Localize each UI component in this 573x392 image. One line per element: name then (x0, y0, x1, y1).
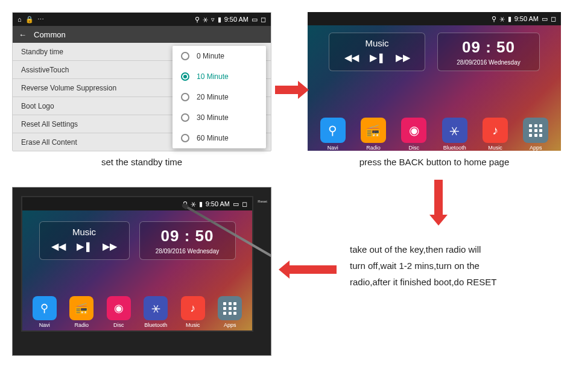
clock-time: 09 : 50 (150, 227, 226, 245)
status-time: 9:50 AM (514, 15, 539, 22)
app-dock: ⚲Navi 📻Radio ◉Disc ⚹Bluetooth ♪Music App… (22, 294, 252, 330)
arrow-right-icon (275, 86, 299, 94)
app-disc[interactable]: ◉Disc (107, 296, 131, 328)
status-bar: ⚲ ⚹ ▮ 9:50 AM ▭ ◻ (308, 12, 561, 25)
bluetooth-icon: ⚹ (499, 15, 505, 23)
app-radio[interactable]: 📻Radio (361, 118, 386, 151)
next-track-icon[interactable]: ▶▶ (396, 52, 410, 63)
app-radio[interactable]: 📻Radio (69, 296, 93, 328)
clock-date: 28/09/2016 Wednesday (150, 248, 226, 254)
bluetooth-icon: ⚹ (191, 200, 196, 208)
radio-checked-icon (181, 72, 189, 81)
play-pause-icon[interactable]: ▶❚ (370, 52, 385, 63)
pin-icon: ⚲ (33, 296, 57, 320)
radio-icon (181, 93, 189, 101)
arrow-down-icon (434, 180, 443, 216)
settings-panel: ⌂ 🔒 ⋯ ⚲ ⚹ ▿ ▮ 9:50 AM ▭ ◻ ← Common Stand… (12, 12, 271, 151)
app-dock: ⚲Navi 📻Radio ◉Disc ⚹Bluetooth ♪Music App… (308, 115, 561, 151)
home-body: Music ◀◀ ▶❚ ▶▶ 09 : 50 28/09/2016 Wednes… (22, 210, 252, 330)
prev-track-icon[interactable]: ◀◀ (344, 52, 359, 63)
app-music[interactable]: ♪Music (483, 118, 508, 151)
home-screen-panel: ⚲ ⚹ ▮ 9:50 AM ▭ ◻ Music ◀◀ ▶❚ ▶▶ 09 : 50… (308, 12, 561, 151)
bluetooth-icon: ⚹ (442, 118, 467, 143)
home-icon: ⌂ (17, 16, 22, 23)
status-time: 9:50 AM (224, 16, 249, 23)
radio-icon: 📻 (361, 118, 386, 143)
app-disc[interactable]: ◉Disc (401, 118, 426, 151)
status-bar: ⚲ ⚹ ▮ 9:50 AM ▭ ◻ (22, 197, 252, 210)
arrow-left-icon (288, 265, 337, 274)
battery-icon: ▭ (252, 16, 258, 24)
app-music[interactable]: ♪Music (181, 296, 205, 328)
caption-1: set the standby time (12, 157, 271, 167)
clock-date: 28/09/2016 Wednesday (448, 59, 530, 66)
app-navi[interactable]: ⚲Navi (33, 296, 57, 328)
standby-dropdown: 0 Minute 10 Minute 20 Minute 30 Minute 6… (173, 46, 266, 148)
radio-icon (181, 52, 189, 60)
play-pause-icon[interactable]: ▶❚ (77, 241, 92, 252)
app-bluetooth[interactable]: ⚹Bluetooth (144, 296, 168, 328)
home-body: Music ◀◀ ▶❚ ▶▶ 09 : 50 28/09/2016 Wednes… (308, 25, 561, 151)
signal-icon: ▮ (199, 200, 203, 208)
settings-header: ← Common (13, 26, 271, 43)
recent-apps-icon: ◻ (551, 15, 556, 23)
clock-widget[interactable]: 09 : 50 28/09/2016 Wednesday (437, 33, 540, 71)
app-apps[interactable]: Apps (218, 296, 242, 328)
app-navi[interactable]: ⚲Navi (320, 118, 346, 151)
music-widget[interactable]: Music ◀◀ ▶❚ ▶▶ (39, 221, 130, 260)
back-arrow-icon[interactable]: ← (19, 30, 27, 39)
music-widget[interactable]: Music ◀◀ ▶❚ ▶▶ (329, 33, 425, 71)
music-note-icon: ♪ (181, 296, 205, 320)
clock-time: 09 : 50 (448, 38, 530, 57)
dropdown-option-20[interactable]: 20 Minute (173, 87, 266, 107)
app-apps[interactable]: Apps (523, 118, 548, 151)
caption-2: press the BACK button to home page (308, 157, 561, 167)
radio-icon (181, 134, 189, 142)
dropdown-option-30[interactable]: 30 Minute (173, 107, 266, 128)
grid-icon (523, 118, 548, 143)
music-title: Music (49, 227, 119, 237)
lock-icon: 🔒 (25, 16, 34, 24)
next-track-icon[interactable]: ▶▶ (103, 241, 117, 252)
radio-icon (181, 113, 189, 122)
music-title: Music (339, 38, 415, 48)
music-note-icon: ♪ (483, 118, 508, 143)
wifi-icon: ▿ (211, 16, 215, 24)
dropdown-option-0[interactable]: 0 Minute (173, 46, 266, 66)
location-icon: ⚲ (492, 15, 496, 23)
status-bar: ⌂ 🔒 ⋯ ⚲ ⚹ ▿ ▮ 9:50 AM ▭ ◻ (13, 13, 271, 26)
battery-icon: ▭ (233, 200, 239, 208)
pin-icon: ⚲ (320, 118, 346, 143)
header-title: Common (34, 30, 66, 39)
screen-bezel: ⚲ ⚹ ▮ 9:50 AM ▭ ◻ Music ◀◀ ▶❚ ▶▶ (21, 196, 253, 332)
bluetooth-icon: ⚹ (203, 16, 208, 24)
battery-icon: ▭ (542, 15, 548, 23)
status-time: 9:50 AM (206, 200, 230, 207)
recent-apps-icon: ◻ (261, 16, 266, 24)
signal-icon: ▮ (508, 15, 511, 23)
recent-apps-icon: ◻ (242, 200, 247, 208)
prev-track-icon[interactable]: ◀◀ (51, 241, 66, 252)
reset-button-label: Reset (258, 200, 267, 203)
bluetooth-icon: ⚹ (144, 296, 168, 320)
caption-3: take out of the key,then radio will turn… (350, 241, 555, 290)
radio-icon: 📻 (69, 296, 93, 320)
dropdown-option-10[interactable]: 10 Minute (173, 66, 266, 87)
dropdown-option-60[interactable]: 60 Minute (173, 128, 266, 148)
grid-icon (218, 296, 242, 320)
location-icon: ⚲ (195, 16, 200, 24)
disc-icon: ◉ (401, 118, 426, 143)
app-bluetooth[interactable]: ⚹Bluetooth (442, 118, 467, 151)
signal-icon: ▮ (218, 16, 221, 24)
disc-icon: ◉ (107, 296, 131, 320)
physical-unit-panel: ⚲ ⚹ ▮ 9:50 AM ▭ ◻ Music ◀◀ ▶❚ ▶▶ (12, 187, 271, 356)
menu-dots-icon: ⋯ (37, 16, 44, 24)
